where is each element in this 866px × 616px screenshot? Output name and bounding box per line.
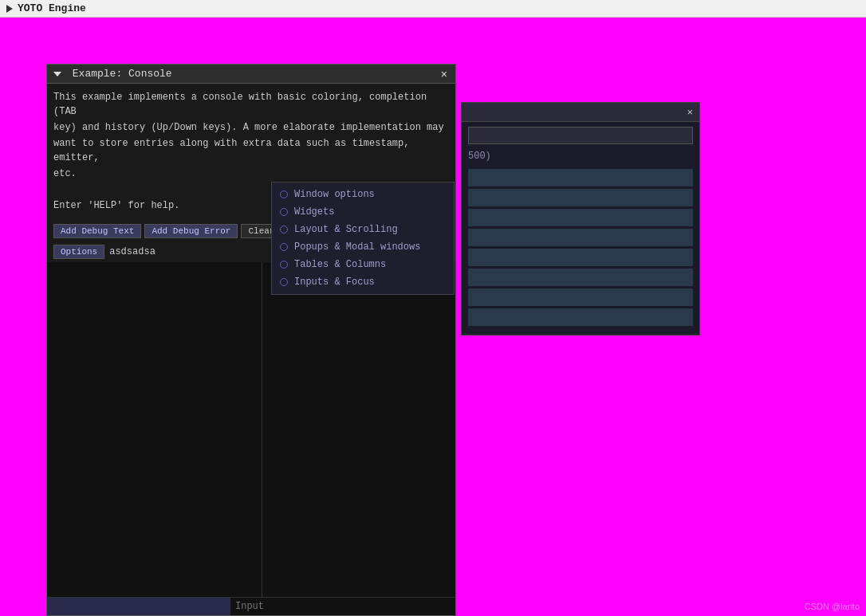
- dropdown-bullet-icon: [280, 226, 288, 233]
- dropdown-item-label: Inputs & Focus: [294, 277, 375, 288]
- right-panel-search-bar: [468, 127, 693, 144]
- yoto-triangle-icon: [6, 5, 13, 13]
- right-panel-row: [468, 229, 693, 246]
- dropdown-bullet-icon: [280, 243, 288, 251]
- right-panel-row: [468, 269, 693, 286]
- app-title: YOTO Engine: [18, 2, 86, 14]
- right-panel-row: [468, 288, 693, 306]
- console-title-label: Example: Console: [73, 68, 172, 80]
- right-panel-row: [468, 189, 693, 206]
- add-debug-error-button[interactable]: Add Debug Error: [144, 224, 238, 238]
- dropdown-item-label: Window options: [294, 189, 375, 200]
- console-desc-line-2: key) and history (Up/Down keys). A more …: [53, 120, 449, 135]
- console-title-text: Example: Console: [53, 68, 172, 80]
- dropdown-bullet-icon: [280, 278, 288, 286]
- right-panel-rows: [462, 165, 699, 335]
- console-desc-line-3: want to store entries along with extra d…: [53, 136, 449, 165]
- dropdown-item-inputs[interactable]: Inputs & Focus: [272, 273, 454, 291]
- dropdown-item-label: Popups & Modal windows: [294, 241, 420, 253]
- dropdown-item-widgets[interactable]: Widgets: [272, 203, 454, 221]
- options-button[interactable]: Options: [53, 245, 104, 259]
- console-titlebar: Example: Console ×: [47, 65, 455, 84]
- console-desc-line-1: This example implements a console with b…: [53, 90, 449, 119]
- dropdown-overlay: Window options Widgets Layout & Scrollin…: [271, 182, 455, 295]
- filter-input-value: asdsadsa: [109, 246, 155, 257]
- console-input-field[interactable]: [230, 598, 455, 615]
- dropdown-item-popups[interactable]: Popups & Modal windows: [272, 238, 454, 256]
- right-panel-titlebar: ×: [462, 103, 699, 122]
- dropdown-bullet-icon: [280, 208, 288, 216]
- csdn-watermark: CSDN @larito: [805, 602, 860, 611]
- dropdown-item-label: Widgets: [294, 206, 334, 218]
- right-panel-row: [468, 169, 693, 186]
- console-input-progress-bar: [47, 598, 230, 615]
- right-panel: × 500): [461, 102, 700, 335]
- log-left-panel: [47, 262, 262, 597]
- right-panel-row: [468, 209, 693, 226]
- dropdown-bullet-icon: [280, 190, 288, 198]
- dropdown-item-label: Tables & Columns: [294, 259, 386, 270]
- right-panel-row: [468, 249, 693, 266]
- dropdown-item-label: Layout & Scrolling: [294, 224, 398, 235]
- dropdown-item-layout[interactable]: Layout & Scrolling: [272, 221, 454, 238]
- dropdown-bullet-icon: [280, 261, 288, 269]
- console-close-button[interactable]: ×: [439, 69, 449, 80]
- add-debug-text-button[interactable]: Add Debug Text: [53, 224, 141, 238]
- console-desc-line-4: etc.: [53, 167, 449, 181]
- right-panel-counter: 500): [462, 149, 699, 165]
- dropdown-item-tables[interactable]: Tables & Columns: [272, 256, 454, 273]
- log-right-panel: [262, 262, 455, 597]
- title-triangle-icon: [53, 72, 61, 77]
- console-input-row: [47, 597, 455, 615]
- top-bar: YOTO Engine: [0, 0, 866, 18]
- right-panel-row: [468, 308, 693, 326]
- right-panel-close-button[interactable]: ×: [687, 106, 693, 118]
- dropdown-item-window-options[interactable]: Window options: [272, 186, 454, 203]
- console-window: Example: Console × This example implemen…: [46, 64, 456, 616]
- console-log-area: [47, 262, 455, 597]
